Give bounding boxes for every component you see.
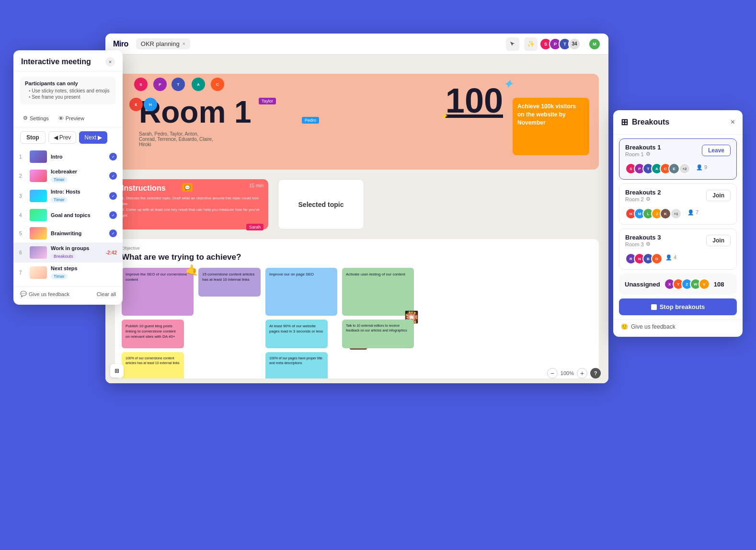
- miro-tab[interactable]: OKR planning ×: [136, 38, 190, 49]
- selected-topic-label: Selected topic: [298, 201, 344, 208]
- panel-close-btn[interactable]: ×: [105, 57, 115, 67]
- settings-cog-icon: ⚙: [646, 196, 651, 202]
- room-avatar: K: [660, 208, 671, 219]
- agenda-thumb: [30, 266, 47, 279]
- breakout-room-3-footer: R N B D 👤 4: [625, 250, 731, 264]
- agenda-item-icebreaker[interactable]: 2 Icebreaker Timer ✓: [13, 166, 123, 186]
- zoom-in-btn[interactable]: +: [577, 368, 587, 378]
- stop-button[interactable]: Stop: [20, 131, 46, 144]
- agenda-text: Intro: [51, 154, 105, 160]
- unassigned-avatars: X Y Z W V: [664, 278, 707, 290]
- room-avatar-more: +2: [679, 163, 690, 174]
- unassigned-section: Unassigned X Y Z W V 108: [619, 274, 737, 295]
- agenda-num: 7: [19, 270, 26, 275]
- preview-btn[interactable]: 👁 Preview: [56, 114, 87, 123]
- prev-icon: ◀: [54, 134, 58, 141]
- current-user-avatar[interactable]: M: [588, 38, 601, 50]
- panel-controls: ⚙ Settings 👁 Preview: [13, 109, 123, 127]
- miro-window: Miro OKR planning × ✨ S P T 34 M ↺ ↖ 📄 😊: [105, 34, 608, 383]
- stop-breakouts-btn[interactable]: Stop breakouts: [619, 298, 737, 315]
- breakout-room-3-sub: Room 3 ⚙: [625, 241, 661, 247]
- room-3-count: 👤 4: [665, 254, 676, 261]
- agenda-thumb: [30, 227, 47, 240]
- breakout-room-2-sub: Room 2 ⚙: [625, 196, 661, 202]
- smiley-icon: 🙂: [621, 323, 628, 330]
- breakout-room-1-footer: S P T A C E +2 👤 9: [625, 160, 731, 174]
- rule-item: See frame you present: [29, 94, 111, 100]
- agenda-num: 3: [19, 194, 26, 199]
- breakout-room-3-name: Breakouts 3: [625, 234, 661, 241]
- breakouts-feedback-label: Give us feedback: [631, 323, 676, 330]
- agenda-item-work-groups[interactable]: 6 Work in groups Breakouts -2:42: [13, 242, 123, 263]
- objective-label: Objective: [122, 246, 592, 251]
- panel-footer: 💬 Give us feedback Clear all: [13, 286, 123, 301]
- next-label: Next: [84, 134, 96, 141]
- floating-avatar: P: [153, 78, 167, 91]
- eye-icon: 👁: [58, 115, 64, 121]
- clear-link[interactable]: Clear all: [97, 291, 116, 297]
- room-1-avatars: S P T A C E +2: [625, 163, 690, 174]
- room-avatar-more: +1: [670, 208, 682, 219]
- room1-100: 100 ✦ ✦: [446, 83, 503, 118]
- help-btn[interactable]: ?: [590, 368, 601, 378]
- sticky-note: Improve our on page SEO: [265, 268, 337, 316]
- join-room-2-btn[interactable]: Join: [706, 190, 731, 201]
- sticky-col-3: Improve our on page SEO At least 90% of …: [265, 268, 337, 378]
- floating-avatar: H: [144, 98, 157, 111]
- breakouts-feedback[interactable]: 🙂 Give us feedback: [613, 319, 743, 337]
- agenda-thumb: [30, 190, 47, 202]
- person-icon: 👤: [687, 209, 694, 216]
- breakouts-close-btn[interactable]: ×: [731, 118, 735, 126]
- prev-button[interactable]: ◀ Prev: [48, 131, 77, 144]
- zoom-out-btn[interactable]: −: [547, 368, 558, 378]
- sticky-col-4: Activate user-testing of our content 🎇 T…: [342, 268, 414, 378]
- room-2-count: 👤 7: [687, 209, 699, 216]
- next-button[interactable]: Next ▶: [79, 131, 107, 144]
- room1-header: S P T A C E H Room 1 Sarah, Pedro, Taylo…: [115, 74, 599, 170]
- magic-icon-btn[interactable]: ✨: [524, 37, 538, 51]
- room1-goal-card: Achieve 100k visitors on the website by …: [513, 98, 589, 155]
- sticky-note: At least 90% of our website pages load i…: [265, 320, 328, 348]
- participants-rules-list: Use sticky notes, stickies and emojis Se…: [25, 88, 111, 100]
- breakout-badge: Breakouts: [51, 253, 76, 259]
- participants-box-title: Participants can only: [25, 80, 111, 86]
- agenda-label: Goal and topics: [51, 212, 105, 218]
- prev-label: Prev: [59, 134, 71, 141]
- settings-cog-icon: ⚙: [646, 151, 651, 157]
- join-room-3-btn[interactable]: Join: [706, 235, 731, 246]
- objective-title: What are we trying to achieve?: [122, 252, 592, 262]
- breakouts-panel: ⊞ Breakouts × Breakouts 1 Room 1 ⚙ Leave…: [613, 110, 743, 337]
- person-icon: 👤: [696, 164, 703, 171]
- breakout-room-2-header: Breakouts 2 Room 2 ⚙ Join: [625, 189, 731, 202]
- breakouts-header: ⊞ Breakouts ×: [613, 110, 743, 135]
- agenda-check: ✓: [109, 229, 117, 237]
- agenda-num: 1: [19, 154, 26, 160]
- settings-cog-icon: ⚙: [646, 241, 651, 247]
- agenda-item-intro-hosts[interactable]: 3 Intro: Hosts Timer ✓: [13, 186, 123, 206]
- breakout-room-1-sub: Room 1 ⚙: [625, 151, 661, 157]
- cursor-icon-btn[interactable]: [506, 37, 519, 51]
- settings-btn[interactable]: ⚙ Settings: [20, 113, 52, 123]
- agenda-text: Work in groups Breakouts: [51, 245, 102, 260]
- floating-avatar: C: [211, 78, 224, 91]
- leave-room-1-btn[interactable]: Leave: [702, 145, 731, 156]
- sticky-note: 15 cornerstone content articles has at l…: [198, 268, 261, 297]
- chat-icon: 💬: [182, 183, 193, 192]
- sticky-note: Talk to 10 external editors to receive f…: [342, 320, 414, 348]
- feedback-link[interactable]: 💬 Give us feedback: [20, 291, 69, 297]
- breakouts-grid-icon: ⊞: [621, 117, 628, 127]
- agenda-item-intro[interactable]: 1 Intro ✓: [13, 148, 123, 166]
- tab-label: OKR planning: [141, 40, 180, 47]
- agenda-num: 6: [19, 250, 26, 255]
- stop-icon: [651, 304, 657, 310]
- agenda-item-brainwriting[interactable]: 5 Brainwriting ✓: [13, 224, 123, 242]
- breakout-room-3-header: Breakouts 3 Room 3 ⚙ Join: [625, 234, 731, 247]
- frame-view-btn[interactable]: ⊞: [110, 364, 124, 378]
- agenda-item-next-steps[interactable]: 7 Next steps Timer: [13, 263, 123, 283]
- breakout-room-2-footer: H M L J K +1 👤 7: [625, 205, 731, 219]
- sticky-note: 100% of our pages have proper title and …: [265, 352, 328, 378]
- agenda-item-goal[interactable]: 4 Goal and topics ✓: [13, 206, 123, 224]
- agenda-check: ✓: [109, 172, 117, 180]
- miro-canvas: ↺ ↖ 📄 😊 S P T A C E H Room 1 Sarah, Pedr…: [105, 55, 608, 383]
- tab-close-icon[interactable]: ×: [183, 41, 185, 46]
